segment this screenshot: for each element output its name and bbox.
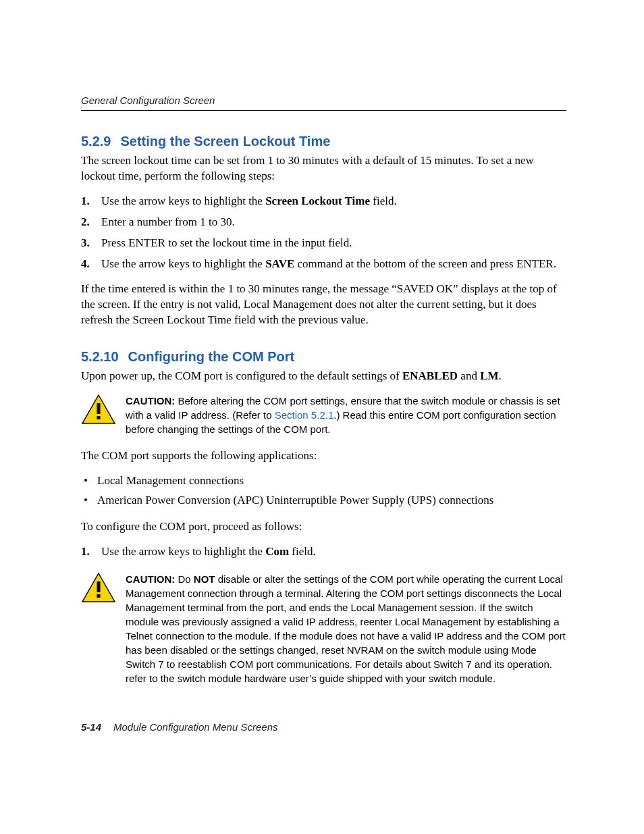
section-title: Configuring the COM Port xyxy=(128,349,295,364)
svg-rect-4 xyxy=(97,581,101,592)
intro-paragraph: The screen lockout time can be set from … xyxy=(81,153,566,184)
supports-paragraph: The COM port supports the following appl… xyxy=(81,448,566,464)
svg-rect-2 xyxy=(97,416,101,419)
list-item: American Power Conversion (APC) Uninterr… xyxy=(81,493,566,509)
steps-list: Use the arrow keys to highlight the Scre… xyxy=(81,194,566,272)
field-name: Screen Lockout Time xyxy=(265,194,370,207)
bullet-list: Local Management connections American Po… xyxy=(81,473,566,509)
text: . xyxy=(499,369,502,382)
step-4: Use the arrow keys to highlight the SAVE… xyxy=(81,257,566,272)
text: and xyxy=(458,369,480,382)
section-number: 5.2.10 xyxy=(81,349,119,364)
text: Do xyxy=(175,573,194,585)
svg-rect-5 xyxy=(97,594,101,598)
step-text: field. xyxy=(370,194,397,207)
text: disable or alter the settings of the COM… xyxy=(126,573,566,684)
config-steps-list: Use the arrow keys to highlight the Com … xyxy=(81,544,566,560)
caution-label: CAUTION: xyxy=(126,395,175,407)
value-lm: LM xyxy=(480,369,498,382)
svg-rect-1 xyxy=(97,403,101,414)
section-title: Setting the Screen Lockout Time xyxy=(120,134,330,149)
caution-box-1: CAUTION: Before altering the COM port se… xyxy=(81,394,566,436)
step-3: Press ENTER to set the lockout time in t… xyxy=(81,236,566,251)
value-enabled: ENABLED xyxy=(402,369,458,382)
heading-5-2-9: 5.2.9Setting the Screen Lockout Time xyxy=(81,134,566,149)
caution-icon xyxy=(81,394,116,436)
caution-text: CAUTION: Before altering the COM port se… xyxy=(126,394,566,436)
section-number: 5.2.9 xyxy=(81,134,111,149)
config-step-1: Use the arrow keys to highlight the Com … xyxy=(81,544,566,560)
cross-reference-link[interactable]: Section 5.2.1 xyxy=(275,409,334,421)
command-name: SAVE xyxy=(265,257,294,270)
running-head: General Configuration Screen xyxy=(81,95,566,111)
caution-label: CAUTION: xyxy=(126,573,175,585)
step-text: Use the arrow keys to highlight the xyxy=(101,545,265,558)
not-emphasis: NOT xyxy=(194,573,215,585)
intro-paragraph: Upon power up, the COM port is configure… xyxy=(81,369,566,384)
step-text: Use the arrow keys to highlight the xyxy=(101,257,265,270)
outro-paragraph: If the time entered is within the 1 to 3… xyxy=(81,282,566,328)
list-item: Local Management connections xyxy=(81,473,566,489)
step-text: Use the arrow keys to highlight the xyxy=(101,194,265,207)
caution-text: CAUTION: Do NOT disable or alter the set… xyxy=(126,572,566,685)
caution-icon xyxy=(81,572,116,685)
step-1: Use the arrow keys to highlight the Scre… xyxy=(81,194,566,209)
page: General Configuration Screen 5.2.9Settin… xyxy=(0,0,644,834)
footer-title: Module Configuration Menu Screens xyxy=(113,721,277,733)
page-footer: 5-14Module Configuration Menu Screens xyxy=(81,721,278,733)
caution-box-2: CAUTION: Do NOT disable or alter the set… xyxy=(81,572,566,685)
page-number: 5-14 xyxy=(81,721,101,733)
step-text: command at the bottom of the screen and … xyxy=(294,257,556,270)
step-text: field. xyxy=(289,545,316,558)
field-name: Com xyxy=(265,545,289,558)
text: Upon power up, the COM port is configure… xyxy=(81,369,402,382)
config-intro: To configure the COM port, proceed as fo… xyxy=(81,519,566,535)
heading-5-2-10: 5.2.10Configuring the COM Port xyxy=(81,349,566,365)
step-2: Enter a number from 1 to 30. xyxy=(81,215,566,230)
